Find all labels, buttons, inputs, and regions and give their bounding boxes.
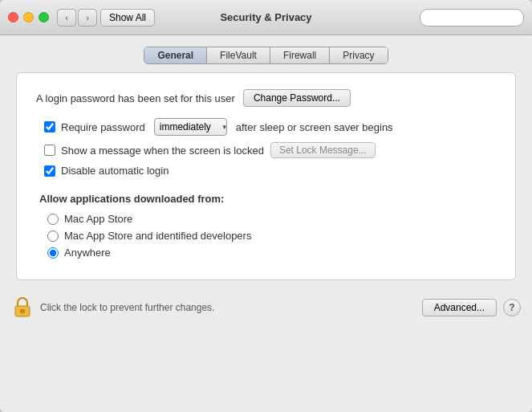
bottom-bar: Click the lock to prevent further change… <box>0 290 532 325</box>
require-password-label: Require password <box>61 121 145 133</box>
window-controls <box>8 12 49 22</box>
disable-autologin-row: Disable automatic login <box>44 165 496 177</box>
show-message-label: Show a message when the screen is locked <box>61 145 264 157</box>
radio-mac-app-store-label: Mac App Store <box>64 213 132 225</box>
lock-icon[interactable] <box>11 296 34 319</box>
allow-applications-section: Allow applications downloaded from: Mac … <box>36 193 496 259</box>
disable-autologin-checkbox[interactable] <box>44 165 55 177</box>
title-bar: ‹ › Show All Security & Privacy <box>0 0 532 35</box>
set-lock-message-button[interactable]: Set Lock Message... <box>270 142 376 158</box>
show-message-checkbox[interactable] <box>44 145 55 156</box>
tab-privacy[interactable]: Privacy <box>330 47 387 63</box>
options-area: Require password immediately 5 seconds 1… <box>44 118 496 177</box>
radio-anywhere-label: Anywhere <box>64 247 111 259</box>
radio-identified-input[interactable] <box>47 230 59 242</box>
radio-mac-app-store-identified: Mac App Store and identified developers <box>47 230 496 242</box>
forward-button[interactable]: › <box>78 9 97 27</box>
close-button[interactable] <box>8 12 18 22</box>
change-password-button[interactable]: Change Password... <box>243 89 351 107</box>
show-all-button[interactable]: Show All <box>100 9 155 27</box>
radio-anywhere-input[interactable] <box>47 247 59 259</box>
require-password-checkbox[interactable] <box>44 121 55 133</box>
svg-rect-1 <box>20 309 25 313</box>
disable-autologin-label: Disable automatic login <box>61 165 169 177</box>
help-button[interactable]: ? <box>503 299 521 316</box>
content-area: General FileVault Firewall Privacy A log… <box>0 35 532 412</box>
back-button[interactable]: ‹ <box>57 9 76 27</box>
login-password-text: A login password has been set for this u… <box>36 92 235 104</box>
radio-identified-label: Mac App Store and identified developers <box>64 230 251 242</box>
tab-general[interactable]: General <box>144 47 207 63</box>
tab-group: General FileVault Firewall Privacy <box>144 47 388 64</box>
radio-mac-app-store: Mac App Store <box>47 213 496 225</box>
after-sleep-text: after sleep or screen saver begins <box>236 121 393 133</box>
show-message-row: Show a message when the screen is locked… <box>44 142 496 158</box>
nav-buttons: ‹ › <box>57 9 97 27</box>
allow-title: Allow applications downloaded from: <box>39 193 496 205</box>
search-box <box>420 9 524 27</box>
window-title: Security & Privacy <box>220 11 311 23</box>
advanced-button[interactable]: Advanced... <box>422 299 497 316</box>
lock-text: Click the lock to prevent further change… <box>40 302 422 313</box>
password-timing-dropdown[interactable]: immediately 5 seconds 1 minute 5 minutes… <box>154 118 227 136</box>
radio-anywhere: Anywhere <box>47 247 496 259</box>
minimize-button[interactable] <box>23 12 34 22</box>
radio-mac-app-store-input[interactable] <box>47 214 59 225</box>
require-password-row: Require password immediately 5 seconds 1… <box>44 118 496 136</box>
search-input[interactable] <box>427 12 517 23</box>
tab-filevault[interactable]: FileVault <box>207 47 270 63</box>
login-password-row: A login password has been set for this u… <box>36 89 496 107</box>
general-panel: A login password has been set for this u… <box>16 72 516 280</box>
password-timing-dropdown-wrapper: immediately 5 seconds 1 minute 5 minutes… <box>149 118 232 136</box>
tabs-area: General FileVault Firewall Privacy <box>0 35 532 72</box>
tab-firewall[interactable]: Firewall <box>270 47 330 63</box>
maximize-button[interactable] <box>39 12 49 22</box>
